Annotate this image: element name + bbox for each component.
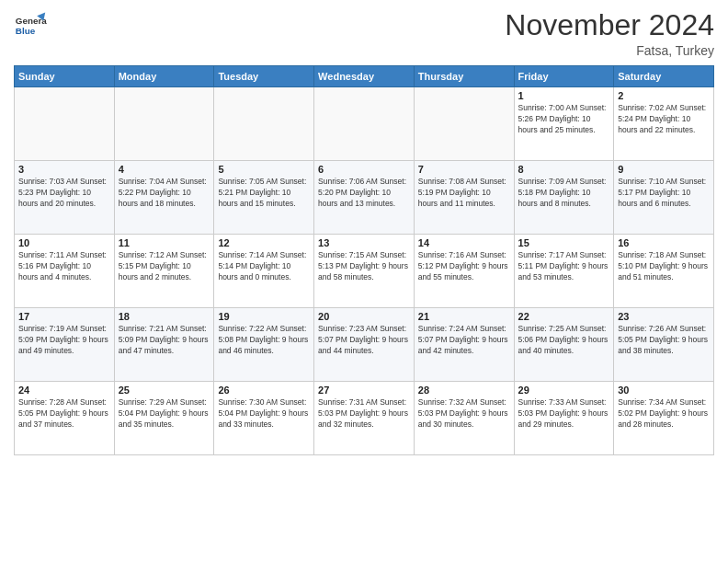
day-info: Sunrise: 7:11 AM Sunset: 5:16 PM Dayligh… <box>18 250 110 283</box>
day-number: 7 <box>418 164 510 175</box>
table-row: 17Sunrise: 7:19 AM Sunset: 5:09 PM Dayli… <box>15 308 115 382</box>
day-info: Sunrise: 7:15 AM Sunset: 5:13 PM Dayligh… <box>318 250 410 283</box>
table-row <box>314 87 415 161</box>
table-row: 5Sunrise: 7:05 AM Sunset: 5:21 PM Daylig… <box>214 161 314 235</box>
table-row: 15Sunrise: 7:17 AM Sunset: 5:11 PM Dayli… <box>514 235 614 308</box>
day-info: Sunrise: 7:34 AM Sunset: 5:02 PM Dayligh… <box>618 397 710 431</box>
title-area: November 2024 Fatsa, Turkey <box>505 9 714 58</box>
calendar-week-row: 10Sunrise: 7:11 AM Sunset: 5:16 PM Dayli… <box>15 235 714 308</box>
col-wednesday: Wednesday <box>314 66 415 87</box>
day-info: Sunrise: 7:10 AM Sunset: 5:17 PM Dayligh… <box>618 177 710 210</box>
table-row: 1Sunrise: 7:00 AM Sunset: 5:26 PM Daylig… <box>514 87 614 161</box>
day-number: 29 <box>518 385 610 396</box>
table-row: 26Sunrise: 7:30 AM Sunset: 5:04 PM Dayli… <box>214 382 314 455</box>
page-header: General Blue November 2024 Fatsa, Turkey <box>14 9 714 58</box>
day-number: 3 <box>18 164 110 175</box>
table-row: 20Sunrise: 7:23 AM Sunset: 5:07 PM Dayli… <box>314 308 415 382</box>
table-row: 14Sunrise: 7:16 AM Sunset: 5:12 PM Dayli… <box>414 235 514 308</box>
day-number: 11 <box>119 237 210 248</box>
day-number: 27 <box>318 385 410 396</box>
day-info: Sunrise: 7:19 AM Sunset: 5:09 PM Dayligh… <box>18 324 110 357</box>
day-number: 12 <box>218 237 310 248</box>
table-row: 29Sunrise: 7:33 AM Sunset: 5:03 PM Dayli… <box>514 382 614 455</box>
day-number: 20 <box>318 311 410 322</box>
calendar-week-row: 1Sunrise: 7:00 AM Sunset: 5:26 PM Daylig… <box>15 87 714 161</box>
day-info: Sunrise: 7:08 AM Sunset: 5:19 PM Dayligh… <box>418 177 510 210</box>
day-info: Sunrise: 7:31 AM Sunset: 5:03 PM Dayligh… <box>318 397 410 431</box>
calendar-week-row: 24Sunrise: 7:28 AM Sunset: 5:05 PM Dayli… <box>15 382 714 455</box>
day-number: 26 <box>218 385 310 396</box>
day-number: 22 <box>518 311 610 322</box>
day-info: Sunrise: 7:16 AM Sunset: 5:12 PM Dayligh… <box>418 250 510 283</box>
day-info: Sunrise: 7:12 AM Sunset: 5:15 PM Dayligh… <box>119 250 210 283</box>
day-number: 28 <box>418 385 510 396</box>
day-info: Sunrise: 7:09 AM Sunset: 5:18 PM Dayligh… <box>518 177 610 210</box>
table-row: 4Sunrise: 7:04 AM Sunset: 5:22 PM Daylig… <box>114 161 214 235</box>
table-row: 12Sunrise: 7:14 AM Sunset: 5:14 PM Dayli… <box>214 235 314 308</box>
table-row: 10Sunrise: 7:11 AM Sunset: 5:16 PM Dayli… <box>15 235 115 308</box>
day-number: 21 <box>418 311 510 322</box>
table-row: 30Sunrise: 7:34 AM Sunset: 5:02 PM Dayli… <box>614 382 714 455</box>
day-number: 13 <box>318 237 410 248</box>
table-row: 18Sunrise: 7:21 AM Sunset: 5:09 PM Dayli… <box>114 308 214 382</box>
svg-text:Blue: Blue <box>16 26 36 36</box>
day-number: 10 <box>18 237 110 248</box>
day-number: 6 <box>318 164 410 175</box>
day-number: 9 <box>618 164 710 175</box>
table-row: 24Sunrise: 7:28 AM Sunset: 5:05 PM Dayli… <box>15 382 115 455</box>
day-info: Sunrise: 7:18 AM Sunset: 5:10 PM Dayligh… <box>618 250 710 283</box>
table-row: 11Sunrise: 7:12 AM Sunset: 5:15 PM Dayli… <box>114 235 214 308</box>
day-info: Sunrise: 7:23 AM Sunset: 5:07 PM Dayligh… <box>318 324 410 357</box>
calendar-table: Sunday Monday Tuesday Wednesday Thursday… <box>14 65 714 455</box>
day-info: Sunrise: 7:05 AM Sunset: 5:21 PM Dayligh… <box>218 177 310 210</box>
table-row: 22Sunrise: 7:25 AM Sunset: 5:06 PM Dayli… <box>514 308 614 382</box>
day-number: 15 <box>518 237 610 248</box>
day-number: 18 <box>119 311 210 322</box>
table-row <box>414 87 514 161</box>
day-info: Sunrise: 7:02 AM Sunset: 5:24 PM Dayligh… <box>618 103 710 136</box>
logo: General Blue <box>14 9 51 42</box>
day-number: 5 <box>218 164 310 175</box>
day-number: 4 <box>119 164 210 175</box>
day-info: Sunrise: 7:21 AM Sunset: 5:09 PM Dayligh… <box>119 324 210 357</box>
table-row: 3Sunrise: 7:03 AM Sunset: 5:23 PM Daylig… <box>15 161 115 235</box>
col-tuesday: Tuesday <box>214 66 314 87</box>
table-row: 7Sunrise: 7:08 AM Sunset: 5:19 PM Daylig… <box>414 161 514 235</box>
day-number: 16 <box>618 237 710 248</box>
table-row: 19Sunrise: 7:22 AM Sunset: 5:08 PM Dayli… <box>214 308 314 382</box>
day-info: Sunrise: 7:30 AM Sunset: 5:04 PM Dayligh… <box>218 397 310 431</box>
table-row: 28Sunrise: 7:32 AM Sunset: 5:03 PM Dayli… <box>414 382 514 455</box>
table-row <box>114 87 214 161</box>
table-row: 21Sunrise: 7:24 AM Sunset: 5:07 PM Dayli… <box>414 308 514 382</box>
table-row: 2Sunrise: 7:02 AM Sunset: 5:24 PM Daylig… <box>614 87 714 161</box>
day-info: Sunrise: 7:03 AM Sunset: 5:23 PM Dayligh… <box>18 177 110 210</box>
day-info: Sunrise: 7:28 AM Sunset: 5:05 PM Dayligh… <box>18 397 110 431</box>
table-row: 8Sunrise: 7:09 AM Sunset: 5:18 PM Daylig… <box>514 161 614 235</box>
day-info: Sunrise: 7:24 AM Sunset: 5:07 PM Dayligh… <box>418 324 510 357</box>
col-friday: Friday <box>514 66 614 87</box>
day-number: 17 <box>18 311 110 322</box>
logo-icon: General Blue <box>14 9 47 42</box>
day-number: 2 <box>618 90 710 101</box>
day-info: Sunrise: 7:29 AM Sunset: 5:04 PM Dayligh… <box>119 397 210 431</box>
col-saturday: Saturday <box>614 66 714 87</box>
day-info: Sunrise: 7:14 AM Sunset: 5:14 PM Dayligh… <box>218 250 310 283</box>
day-number: 25 <box>119 385 210 396</box>
table-row: 13Sunrise: 7:15 AM Sunset: 5:13 PM Dayli… <box>314 235 415 308</box>
table-row: 23Sunrise: 7:26 AM Sunset: 5:05 PM Dayli… <box>614 308 714 382</box>
day-number: 8 <box>518 164 610 175</box>
table-row: 9Sunrise: 7:10 AM Sunset: 5:17 PM Daylig… <box>614 161 714 235</box>
table-row <box>214 87 314 161</box>
day-number: 24 <box>18 385 110 396</box>
table-row <box>15 87 115 161</box>
table-row: 16Sunrise: 7:18 AM Sunset: 5:10 PM Dayli… <box>614 235 714 308</box>
month-title: November 2024 <box>505 9 714 41</box>
col-monday: Monday <box>114 66 214 87</box>
table-row: 6Sunrise: 7:06 AM Sunset: 5:20 PM Daylig… <box>314 161 415 235</box>
day-info: Sunrise: 7:26 AM Sunset: 5:05 PM Dayligh… <box>618 324 710 357</box>
table-row: 25Sunrise: 7:29 AM Sunset: 5:04 PM Dayli… <box>114 382 214 455</box>
day-info: Sunrise: 7:32 AM Sunset: 5:03 PM Dayligh… <box>418 397 510 431</box>
day-info: Sunrise: 7:00 AM Sunset: 5:26 PM Dayligh… <box>518 103 610 136</box>
day-info: Sunrise: 7:22 AM Sunset: 5:08 PM Dayligh… <box>218 324 310 357</box>
day-number: 1 <box>518 90 610 101</box>
